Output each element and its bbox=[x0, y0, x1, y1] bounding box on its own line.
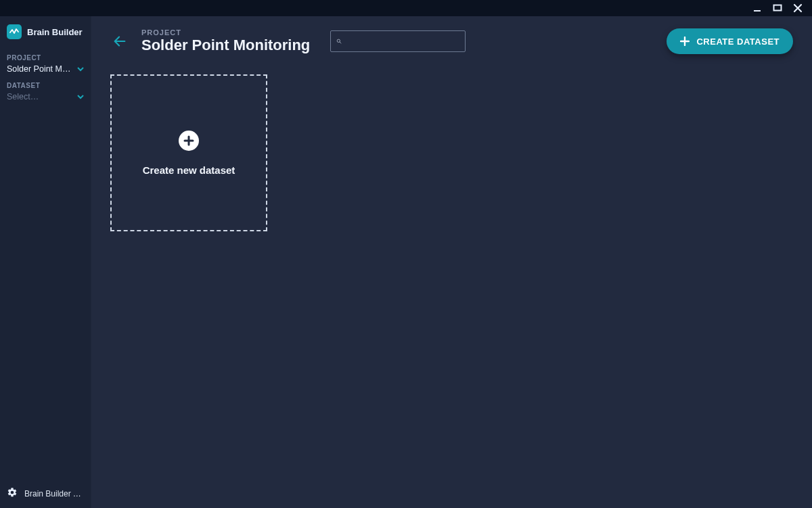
caret-down-icon bbox=[77, 91, 84, 103]
sidebar-dataset-placeholder: Select… bbox=[7, 92, 39, 101]
plus-icon bbox=[680, 37, 690, 46]
svg-line-3 bbox=[340, 42, 341, 43]
gear-icon bbox=[7, 487, 18, 500]
app-body: Brain Builder PROJECT Solder Point M… DA… bbox=[0, 16, 812, 508]
window-minimize-button[interactable] bbox=[747, 0, 767, 16]
search-icon bbox=[336, 36, 342, 47]
arrow-left-icon bbox=[112, 34, 127, 49]
sidebar-project-selector[interactable]: Solder Point M… bbox=[7, 63, 84, 75]
close-icon bbox=[793, 3, 803, 13]
plus-circle-icon bbox=[179, 131, 199, 151]
brand-name: Brain Builder bbox=[27, 27, 83, 37]
svg-rect-0 bbox=[754, 10, 761, 11]
search-field[interactable] bbox=[330, 30, 466, 52]
window-maximize-button[interactable] bbox=[767, 0, 788, 16]
page-title: Solder Point Monitoring bbox=[141, 37, 310, 54]
create-dataset-tile[interactable]: Create new dataset bbox=[110, 74, 267, 231]
minimize-icon bbox=[753, 4, 761, 12]
caret-down-icon bbox=[77, 63, 84, 75]
window-titlebar bbox=[0, 0, 812, 16]
create-dataset-tile-label: Create new dataset bbox=[143, 164, 235, 176]
sidebar-footer-label: Brain Builder T… bbox=[24, 489, 84, 499]
maximize-icon bbox=[773, 4, 782, 12]
window-close-button[interactable] bbox=[788, 0, 808, 16]
brand-icon bbox=[7, 24, 22, 39]
svg-rect-1 bbox=[774, 5, 782, 11]
page-heading: PROJECT Solder Point Monitoring bbox=[141, 28, 310, 54]
sidebar-dataset-label: DATASET bbox=[7, 82, 84, 89]
create-dataset-button-label: CREATE DATASET bbox=[696, 37, 780, 47]
brand[interactable]: Brain Builder bbox=[0, 16, 91, 47]
sidebar-project-value: Solder Point M… bbox=[7, 64, 70, 74]
sidebar: Brain Builder PROJECT Solder Point M… DA… bbox=[0, 16, 91, 508]
page-eyebrow: PROJECT bbox=[141, 28, 310, 37]
sidebar-project-section: PROJECT Solder Point M… bbox=[0, 47, 91, 75]
page-header: PROJECT Solder Point Monitoring CREATE D… bbox=[91, 16, 812, 61]
create-dataset-button[interactable]: CREATE DATASET bbox=[667, 28, 793, 54]
app-window: Brain Builder PROJECT Solder Point M… DA… bbox=[0, 0, 812, 508]
back-button[interactable] bbox=[110, 32, 129, 51]
sidebar-project-label: PROJECT bbox=[7, 54, 84, 62]
sidebar-dataset-section: DATASET Select… bbox=[0, 75, 91, 103]
dataset-grid: Create new dataset bbox=[91, 61, 812, 245]
search-input[interactable] bbox=[346, 37, 459, 47]
activity-icon bbox=[9, 27, 19, 37]
sidebar-dataset-selector[interactable]: Select… bbox=[7, 91, 84, 103]
main-content: PROJECT Solder Point Monitoring CREATE D… bbox=[91, 16, 812, 508]
sidebar-footer[interactable]: Brain Builder T… bbox=[0, 479, 91, 508]
